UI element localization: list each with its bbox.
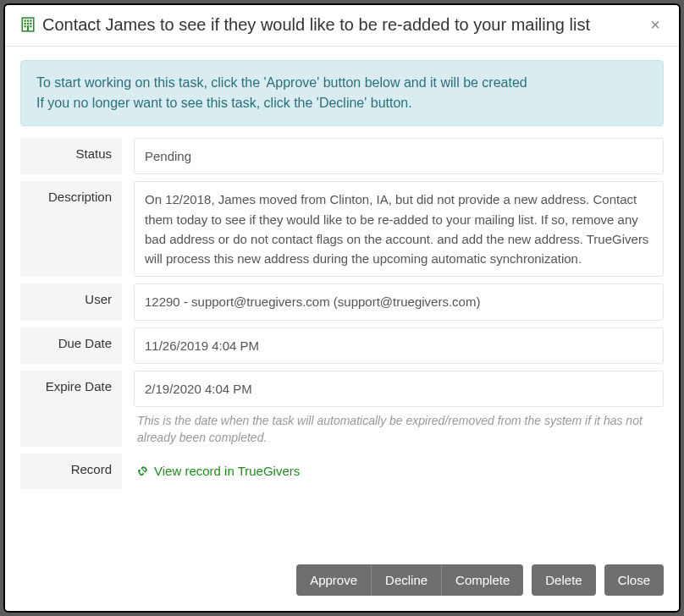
close-icon[interactable]: × (647, 15, 664, 35)
expire-date-value: 2/19/2020 4:04 PM (134, 371, 664, 407)
close-button[interactable]: Close (604, 564, 664, 596)
svg-rect-6 (30, 23, 31, 25)
expire-date-hint: This is the date when the task will auto… (134, 412, 664, 447)
field-label: Due Date (20, 327, 122, 364)
field-label: Record (20, 454, 122, 490)
delete-button[interactable]: Delete (532, 564, 595, 596)
modal-body: To start working on this task, click the… (5, 47, 679, 553)
svg-rect-7 (25, 25, 26, 27)
modal-title: Contact James to see if they would like … (42, 14, 647, 36)
field-user: User 12290 - support@truegivers.com (sup… (20, 283, 664, 320)
field-description: Description On 12/2018, James moved from… (20, 181, 664, 277)
modal-backdrop: Contact James to see if they would like … (0, 0, 684, 616)
status-value: Pending (134, 138, 664, 174)
field-expire-date: Expire Date 2/19/2020 4:04 PM This is th… (20, 371, 664, 447)
field-label: Description (20, 181, 122, 277)
view-record-link[interactable]: View record in TrueGivers (137, 461, 300, 481)
svg-rect-4 (25, 23, 26, 25)
field-status: Status Pending (20, 138, 664, 174)
svg-rect-2 (27, 19, 29, 21)
info-banner: To start working on this task, click the… (20, 60, 664, 126)
description-value: On 12/2018, James moved from Clinton, IA… (134, 181, 664, 277)
decline-button[interactable]: Decline (371, 564, 441, 596)
svg-rect-1 (25, 19, 26, 21)
approve-button[interactable]: Approve (296, 564, 371, 596)
svg-rect-8 (30, 25, 31, 27)
field-record: Record View record in TrueGivers (20, 454, 664, 490)
field-due-date: Due Date 11/26/2019 4:04 PM (20, 327, 664, 364)
link-icon (137, 465, 149, 476)
user-value: 12290 - support@truegivers.com (support@… (134, 283, 664, 320)
modal-header: Contact James to see if they would like … (5, 5, 679, 47)
field-label: Expire Date (20, 371, 122, 447)
info-banner-line: To start working on this task, click the… (36, 73, 648, 93)
complete-button[interactable]: Complete (441, 564, 523, 596)
action-button-group: Approve Decline Complete (296, 564, 523, 596)
svg-rect-9 (27, 25, 29, 31)
building-icon (20, 17, 36, 32)
field-label: User (20, 283, 122, 320)
view-record-link-text: View record in TrueGivers (154, 461, 300, 481)
task-modal: Contact James to see if they would like … (3, 3, 681, 613)
svg-rect-5 (27, 23, 29, 25)
modal-footer: Approve Decline Complete Delete Close (5, 553, 679, 611)
due-date-value: 11/26/2019 4:04 PM (134, 327, 664, 364)
field-label: Status (20, 138, 122, 174)
svg-rect-3 (30, 19, 31, 21)
info-banner-line: If you no longer want to see this task, … (36, 93, 648, 113)
